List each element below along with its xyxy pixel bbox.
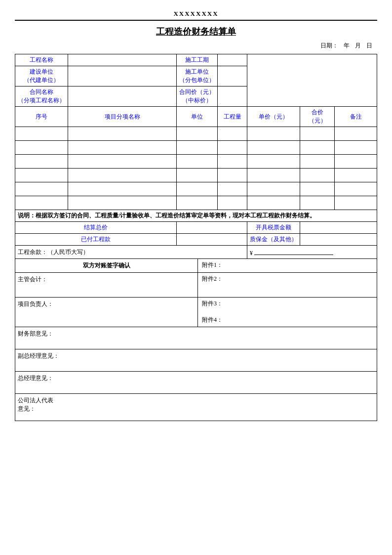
- cell-tprice-1[interactable]: [300, 127, 335, 141]
- cell-qty-6[interactable]: [218, 196, 247, 210]
- invoice-value[interactable]: [300, 222, 377, 234]
- construction-unit-value[interactable]: [68, 66, 177, 86]
- cell-uprice-1[interactable]: [247, 127, 300, 141]
- cell-tprice-6[interactable]: [300, 196, 335, 210]
- cell-seq-4[interactable]: [15, 169, 68, 182]
- construction-company-label: 施工单位 （分包单位）: [177, 66, 218, 86]
- construction-company-value[interactable]: [218, 66, 247, 86]
- cell-uprice-5[interactable]: [247, 182, 300, 196]
- contract-name-value[interactable]: [68, 86, 177, 107]
- table-row: [15, 127, 377, 141]
- cell-seq-3[interactable]: [15, 155, 68, 169]
- cell-tprice-5[interactable]: [300, 182, 335, 196]
- cell-qty-2[interactable]: [218, 141, 247, 155]
- row-bilateral: 双方对账签字确认 附件1：: [15, 259, 377, 273]
- row-vgm: 副总经理意见：: [15, 349, 377, 372]
- row-contract-name: 合同名称 （分项工程名称） 合同价（元） （中标价）: [15, 86, 377, 107]
- cell-qty-5[interactable]: [218, 182, 247, 196]
- remainder-value[interactable]: ¥: [247, 246, 377, 259]
- note-row: 说明：根据双方签订的合同、工程质量/计量验收单、工程造价结算审定单等资料，现对本…: [15, 210, 377, 222]
- cell-remark-5[interactable]: [335, 182, 377, 196]
- cell-seq-6[interactable]: [15, 196, 68, 210]
- attachment4: 附件4：: [202, 316, 373, 324]
- col-quantity: 工程量: [218, 107, 247, 127]
- cell-unit-6[interactable]: [177, 196, 218, 210]
- row-accountant: 主管会计： 附件2：: [15, 273, 377, 298]
- cell-item-1[interactable]: [68, 127, 177, 141]
- vgm-opinion-label: 副总经理意见：: [15, 349, 377, 372]
- cell-tprice-3[interactable]: [300, 155, 335, 169]
- col-total-price: 合价（元）: [300, 107, 335, 127]
- cell-item-2[interactable]: [68, 141, 177, 155]
- project-manager-text: 项目负责人：: [18, 300, 195, 308]
- paid-label: 已付工程款: [15, 234, 177, 246]
- project-name-value[interactable]: [68, 54, 177, 66]
- table-row: [15, 182, 377, 196]
- cell-remark-6[interactable]: [335, 196, 377, 210]
- legal-rep-label: 公司法人代表 意见：: [15, 394, 377, 421]
- row-construction-unit: 建设单位 （代建单位） 施工单位 （分包单位）: [15, 66, 377, 86]
- cell-seq-1[interactable]: [15, 127, 68, 141]
- cell-item-5[interactable]: [68, 182, 177, 196]
- cell-tprice-2[interactable]: [300, 141, 335, 155]
- retention-value[interactable]: [300, 234, 377, 246]
- cell-unit-4[interactable]: [177, 169, 218, 182]
- gm-opinion-label: 总经理意见：: [15, 372, 377, 394]
- project-name-label: 工程名称: [15, 54, 68, 66]
- chief-accountant-label: 主管会计：: [15, 273, 198, 298]
- cell-unit-5[interactable]: [177, 182, 218, 196]
- cell-remark-2[interactable]: [335, 141, 377, 155]
- rmb-symbol: ¥: [250, 250, 253, 256]
- cell-uprice-2[interactable]: [247, 141, 300, 155]
- contract-price-value[interactable]: [218, 86, 247, 107]
- row-project-manager: 项目负责人： 附件3： 附件4：: [15, 298, 377, 327]
- row-remainder: 工程余款：（人民币大写） ¥: [15, 246, 377, 259]
- cell-tprice-4[interactable]: [300, 169, 335, 182]
- cell-remark-4[interactable]: [335, 169, 377, 182]
- legal-rep-line2: 意见：: [18, 405, 374, 413]
- construction-period-label: 施工工期: [177, 54, 218, 66]
- col-unit: 单位: [177, 107, 218, 127]
- col-remarks: 备注: [335, 107, 377, 127]
- doc-title: 工程造价财务结算单: [15, 26, 377, 38]
- contract-name-label: 合同名称 （分项工程名称）: [15, 86, 68, 107]
- remainder-label: 工程余款：（人民币大写）: [15, 246, 247, 259]
- row-gm: 总经理意见：: [15, 372, 377, 394]
- row-paid: 已付工程款 质保金（及其他）: [15, 234, 377, 246]
- col-unit-price: 单价（元）: [247, 107, 300, 127]
- date-label: 日期：: [320, 42, 338, 49]
- cell-qty-3[interactable]: [218, 155, 247, 169]
- cell-unit-2[interactable]: [177, 141, 218, 155]
- cell-uprice-3[interactable]: [247, 155, 300, 169]
- attachment3: 附件3：: [202, 299, 373, 308]
- construction-period-value[interactable]: [218, 54, 247, 66]
- cell-seq-2[interactable]: [15, 141, 68, 155]
- cell-remark-1[interactable]: [335, 127, 377, 141]
- cell-uprice-6[interactable]: [247, 196, 300, 210]
- date-month: 月: [355, 42, 361, 49]
- cell-qty-1[interactable]: [218, 127, 247, 141]
- cell-remark-3[interactable]: [335, 155, 377, 169]
- retention-label: 质保金（及其他）: [247, 234, 300, 246]
- cell-item-3[interactable]: [68, 155, 177, 169]
- bilateral-confirm-label: 双方对账签字确认: [15, 259, 198, 273]
- cell-item-6[interactable]: [68, 196, 177, 210]
- cell-qty-4[interactable]: [218, 169, 247, 182]
- settlement-total-value[interactable]: [177, 222, 247, 234]
- project-manager-label: 项目负责人：: [15, 298, 198, 327]
- cell-unit-1[interactable]: [177, 127, 218, 141]
- paid-value[interactable]: [177, 234, 247, 246]
- cell-uprice-4[interactable]: [247, 169, 300, 182]
- date-year: 年: [344, 42, 350, 49]
- row-finance: 财务部意见：: [15, 327, 377, 349]
- finance-opinion-label: 财务部意见：: [15, 327, 377, 349]
- cell-seq-5[interactable]: [15, 182, 68, 196]
- cell-unit-3[interactable]: [177, 155, 218, 169]
- note-content: 说明：根据双方签订的合同、工程质量/计量验收单、工程造价结算审定单等资料，现对本…: [18, 212, 315, 219]
- date-day: 日: [366, 42, 372, 49]
- cell-item-4[interactable]: [68, 169, 177, 182]
- note-text: 说明：根据双方签订的合同、工程质量/计量验收单、工程造价结算审定单等资料，现对本…: [15, 210, 377, 222]
- table-row: [15, 155, 377, 169]
- settlement-total-label: 结算总价: [15, 222, 177, 234]
- remainder-amount[interactable]: [254, 247, 333, 255]
